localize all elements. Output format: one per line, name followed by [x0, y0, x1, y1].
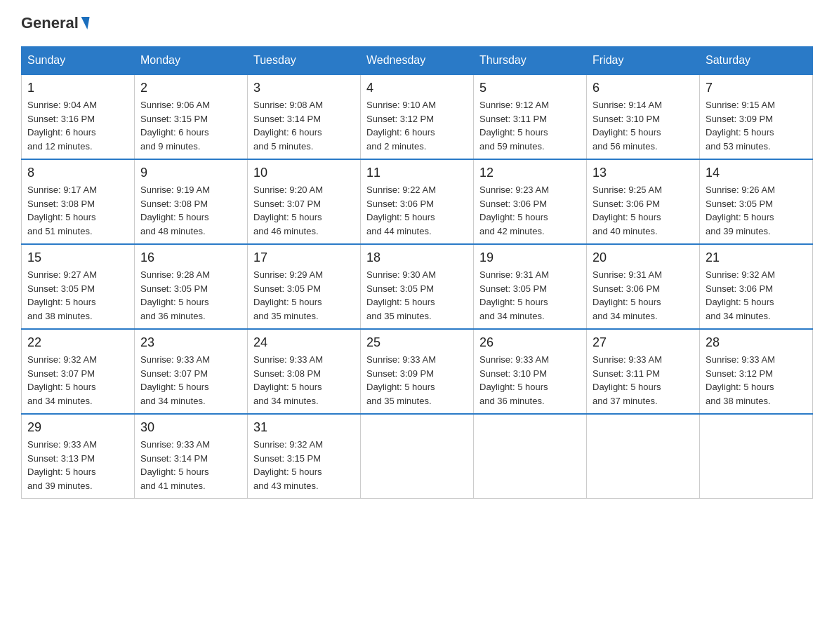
day-number: 13 — [593, 166, 694, 180]
day-info: Sunrise: 9:33 AMSunset: 3:11 PMDaylight:… — [593, 353, 694, 408]
calendar-cell: 9Sunrise: 9:19 AMSunset: 3:08 PMDaylight… — [135, 159, 248, 244]
logo-text: General — [21, 14, 90, 32]
calendar-cell: 12Sunrise: 9:23 AMSunset: 3:06 PMDayligh… — [474, 159, 587, 244]
calendar-cell: 24Sunrise: 9:33 AMSunset: 3:08 PMDayligh… — [248, 329, 361, 414]
day-info: Sunrise: 9:17 AMSunset: 3:08 PMDaylight:… — [27, 183, 128, 238]
calendar-week-1: 1Sunrise: 9:04 AMSunset: 3:16 PMDaylight… — [22, 74, 813, 159]
day-info: Sunrise: 9:29 AMSunset: 3:05 PMDaylight:… — [253, 268, 355, 323]
calendar-cell: 19Sunrise: 9:31 AMSunset: 3:05 PMDayligh… — [474, 244, 587, 329]
day-number: 24 — [253, 335, 355, 350]
calendar-cell: 3Sunrise: 9:08 AMSunset: 3:14 PMDaylight… — [248, 74, 361, 159]
day-number: 30 — [140, 420, 241, 435]
day-number: 23 — [140, 335, 241, 350]
day-number: 29 — [27, 420, 128, 435]
day-info: Sunrise: 9:28 AMSunset: 3:05 PMDaylight:… — [140, 268, 241, 323]
day-info: Sunrise: 9:22 AMSunset: 3:06 PMDaylight:… — [366, 183, 468, 238]
calendar-cell: 10Sunrise: 9:20 AMSunset: 3:07 PMDayligh… — [248, 159, 361, 244]
day-number: 9 — [140, 166, 241, 180]
day-info: Sunrise: 9:12 AMSunset: 3:11 PMDaylight:… — [479, 98, 581, 153]
day-number: 31 — [253, 420, 355, 435]
calendar-week-2: 8Sunrise: 9:17 AMSunset: 3:08 PMDaylight… — [22, 159, 813, 244]
day-number: 12 — [479, 166, 581, 180]
day-number: 21 — [706, 250, 807, 265]
day-number: 10 — [253, 166, 355, 180]
calendar-cell — [361, 414, 474, 499]
calendar-cell: 14Sunrise: 9:26 AMSunset: 3:05 PMDayligh… — [700, 159, 813, 244]
calendar-cell: 13Sunrise: 9:25 AMSunset: 3:06 PMDayligh… — [587, 159, 700, 244]
day-info: Sunrise: 9:26 AMSunset: 3:05 PMDaylight:… — [706, 183, 807, 238]
calendar-cell: 29Sunrise: 9:33 AMSunset: 3:13 PMDayligh… — [22, 414, 135, 499]
day-info: Sunrise: 9:15 AMSunset: 3:09 PMDaylight:… — [706, 98, 807, 153]
calendar-cell: 7Sunrise: 9:15 AMSunset: 3:09 PMDaylight… — [700, 74, 813, 159]
day-info: Sunrise: 9:14 AMSunset: 3:10 PMDaylight:… — [593, 98, 694, 153]
calendar-table: SundayMondayTuesdayWednesdayThursdayFrid… — [21, 46, 813, 499]
day-number: 19 — [479, 250, 581, 265]
day-info: Sunrise: 9:31 AMSunset: 3:05 PMDaylight:… — [479, 268, 581, 323]
page-header: General — [21, 14, 813, 32]
calendar-cell: 22Sunrise: 9:32 AMSunset: 3:07 PMDayligh… — [22, 329, 135, 414]
day-info: Sunrise: 9:20 AMSunset: 3:07 PMDaylight:… — [253, 183, 355, 238]
calendar-week-3: 15Sunrise: 9:27 AMSunset: 3:05 PMDayligh… — [22, 244, 813, 329]
calendar-cell: 25Sunrise: 9:33 AMSunset: 3:09 PMDayligh… — [361, 329, 474, 414]
calendar-cell: 6Sunrise: 9:14 AMSunset: 3:10 PMDaylight… — [587, 74, 700, 159]
calendar-cell: 20Sunrise: 9:31 AMSunset: 3:06 PMDayligh… — [587, 244, 700, 329]
day-info: Sunrise: 9:31 AMSunset: 3:06 PMDaylight:… — [593, 268, 694, 323]
day-number: 5 — [479, 81, 581, 95]
calendar-header-monday: Monday — [135, 47, 248, 75]
calendar-cell: 21Sunrise: 9:32 AMSunset: 3:06 PMDayligh… — [700, 244, 813, 329]
day-info: Sunrise: 9:19 AMSunset: 3:08 PMDaylight:… — [140, 183, 241, 238]
calendar-cell: 28Sunrise: 9:33 AMSunset: 3:12 PMDayligh… — [700, 329, 813, 414]
day-number: 28 — [706, 335, 807, 350]
logo: General — [21, 14, 90, 32]
calendar-cell: 4Sunrise: 9:10 AMSunset: 3:12 PMDaylight… — [361, 74, 474, 159]
calendar-cell: 5Sunrise: 9:12 AMSunset: 3:11 PMDaylight… — [474, 74, 587, 159]
calendar-cell: 2Sunrise: 9:06 AMSunset: 3:15 PMDaylight… — [135, 74, 248, 159]
day-info: Sunrise: 9:32 AMSunset: 3:06 PMDaylight:… — [706, 268, 807, 323]
calendar-cell: 30Sunrise: 9:33 AMSunset: 3:14 PMDayligh… — [135, 414, 248, 499]
calendar-cell: 27Sunrise: 9:33 AMSunset: 3:11 PMDayligh… — [587, 329, 700, 414]
day-info: Sunrise: 9:33 AMSunset: 3:10 PMDaylight:… — [479, 353, 581, 408]
day-number: 4 — [366, 81, 468, 95]
logo-general-text: General — [21, 14, 79, 32]
calendar-week-4: 22Sunrise: 9:32 AMSunset: 3:07 PMDayligh… — [22, 329, 813, 414]
calendar-header-wednesday: Wednesday — [361, 47, 474, 75]
calendar-cell: 15Sunrise: 9:27 AMSunset: 3:05 PMDayligh… — [22, 244, 135, 329]
day-info: Sunrise: 9:33 AMSunset: 3:12 PMDaylight:… — [706, 353, 807, 408]
calendar-cell: 8Sunrise: 9:17 AMSunset: 3:08 PMDaylight… — [22, 159, 135, 244]
day-info: Sunrise: 9:33 AMSunset: 3:07 PMDaylight:… — [140, 353, 241, 408]
calendar-header-sunday: Sunday — [22, 47, 135, 75]
calendar-header-row: SundayMondayTuesdayWednesdayThursdayFrid… — [22, 47, 813, 75]
calendar-cell: 11Sunrise: 9:22 AMSunset: 3:06 PMDayligh… — [361, 159, 474, 244]
calendar-cell: 18Sunrise: 9:30 AMSunset: 3:05 PMDayligh… — [361, 244, 474, 329]
day-info: Sunrise: 9:08 AMSunset: 3:14 PMDaylight:… — [253, 98, 355, 153]
day-number: 20 — [593, 250, 694, 265]
day-info: Sunrise: 9:33 AMSunset: 3:14 PMDaylight:… — [140, 438, 241, 492]
day-number: 25 — [366, 335, 468, 350]
calendar-header-friday: Friday — [587, 47, 700, 75]
day-number: 1 — [27, 81, 128, 95]
day-number: 18 — [366, 250, 468, 265]
day-number: 22 — [27, 335, 128, 350]
day-info: Sunrise: 9:23 AMSunset: 3:06 PMDaylight:… — [479, 183, 581, 238]
calendar-header-saturday: Saturday — [700, 47, 813, 75]
day-number: 17 — [253, 250, 355, 265]
day-info: Sunrise: 9:33 AMSunset: 3:08 PMDaylight:… — [253, 353, 355, 408]
day-number: 16 — [140, 250, 241, 265]
calendar-cell: 31Sunrise: 9:32 AMSunset: 3:15 PMDayligh… — [248, 414, 361, 499]
calendar-cell — [700, 414, 813, 499]
day-info: Sunrise: 9:25 AMSunset: 3:06 PMDaylight:… — [593, 183, 694, 238]
calendar-cell: 23Sunrise: 9:33 AMSunset: 3:07 PMDayligh… — [135, 329, 248, 414]
logo-arrow-icon — [79, 17, 89, 29]
day-info: Sunrise: 9:27 AMSunset: 3:05 PMDaylight:… — [27, 268, 128, 323]
day-number: 2 — [140, 81, 241, 95]
day-number: 26 — [479, 335, 581, 350]
day-info: Sunrise: 9:33 AMSunset: 3:09 PMDaylight:… — [366, 353, 468, 408]
day-number: 8 — [27, 166, 128, 180]
day-info: Sunrise: 9:33 AMSunset: 3:13 PMDaylight:… — [27, 438, 128, 492]
day-number: 6 — [593, 81, 694, 95]
calendar-header-thursday: Thursday — [474, 47, 587, 75]
day-info: Sunrise: 9:32 AMSunset: 3:15 PMDaylight:… — [253, 438, 355, 492]
day-info: Sunrise: 9:10 AMSunset: 3:12 PMDaylight:… — [366, 98, 468, 153]
calendar-cell — [587, 414, 700, 499]
day-info: Sunrise: 9:30 AMSunset: 3:05 PMDaylight:… — [366, 268, 468, 323]
